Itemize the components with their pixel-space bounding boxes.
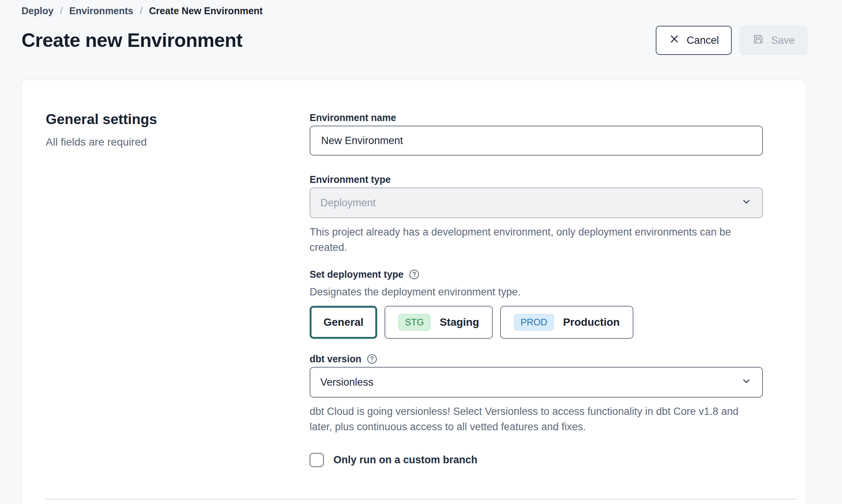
page-title: Create new Environment	[22, 29, 242, 51]
deployment-type-option-general[interactable]: General	[310, 306, 377, 339]
deployment-type-label-text: Set deployment type	[310, 268, 404, 280]
cancel-button[interactable]: Cancel	[656, 26, 732, 55]
breadcrumb-item-create-new-environment: Create New Environment	[149, 5, 263, 17]
environment-name-input[interactable]	[310, 126, 763, 156]
deployment-type-group: Set deployment type Designates the deplo…	[310, 268, 763, 339]
breadcrumb: Deploy / Environments / Create New Envir…	[22, 5, 842, 17]
deployment-type-helper: Designates the deployment environment ty…	[310, 284, 763, 300]
environment-type-value: Deployment	[320, 197, 376, 209]
general-settings-card: General settings All fields are required…	[22, 80, 806, 504]
dbt-version-label-text: dbt version	[310, 353, 361, 365]
dbt-version-label: dbt version	[310, 353, 763, 365]
deployment-type-label: Set deployment type	[310, 268, 763, 280]
custom-branch-row: Only run on a custom branch	[310, 453, 763, 467]
environment-type-label: Environment type	[310, 173, 763, 186]
production-badge: PROD	[514, 314, 554, 331]
section-subtitle: All fields are required	[46, 136, 310, 148]
custom-branch-checkbox[interactable]	[310, 453, 324, 467]
breadcrumb-item-deploy[interactable]: Deploy	[22, 5, 53, 17]
section-intro: General settings All fields are required	[46, 111, 310, 467]
cancel-button-label: Cancel	[686, 35, 719, 46]
dbt-version-helper: dbt Cloud is going versionless! Select V…	[310, 404, 757, 434]
chevron-down-icon	[741, 196, 752, 210]
deployment-type-option-production[interactable]: PROD Production	[500, 306, 633, 339]
dbt-version-group: dbt version Versionless dbt Cloud is goi…	[310, 353, 763, 434]
save-button[interactable]: Save	[739, 26, 807, 55]
save-button-label: Save	[771, 35, 795, 46]
section-divider	[46, 499, 797, 500]
deployment-type-option-staging[interactable]: STG Staging	[385, 306, 493, 339]
page: Deploy / Environments / Create New Envir…	[0, 0, 842, 504]
deployment-type-option-staging-label: Staging	[440, 316, 479, 328]
staging-badge: STG	[398, 314, 430, 331]
environment-type-select: Deployment	[310, 187, 763, 218]
section-title: General settings	[46, 111, 310, 128]
environment-type-group: Environment type Deployment This project…	[310, 173, 763, 255]
dbt-version-value: Versionless	[320, 376, 373, 388]
environment-name-label: Environment name	[310, 111, 763, 124]
save-icon	[752, 33, 764, 48]
page-header: Create new Environment Cancel Save	[22, 26, 842, 55]
environment-type-helper: This project already has a development e…	[310, 224, 757, 255]
deployment-type-option-general-label: General	[323, 316, 363, 328]
deployment-type-option-production-label: Production	[563, 316, 620, 328]
breadcrumb-separator: /	[60, 5, 63, 17]
breadcrumb-separator: /	[140, 5, 143, 17]
breadcrumb-item-environments[interactable]: Environments	[69, 5, 133, 17]
dbt-version-select[interactable]: Versionless	[310, 367, 763, 398]
environment-form: Environment name Environment type Deploy…	[310, 111, 763, 467]
help-icon[interactable]	[409, 269, 420, 280]
deployment-type-options: General STG Staging PROD Production	[310, 306, 763, 339]
chevron-down-icon	[741, 375, 752, 390]
help-icon[interactable]	[366, 353, 378, 365]
close-icon	[669, 33, 680, 47]
environment-name-group: Environment name	[310, 111, 763, 156]
header-actions: Cancel Save	[656, 26, 807, 55]
custom-branch-label: Only run on a custom branch	[333, 454, 477, 466]
